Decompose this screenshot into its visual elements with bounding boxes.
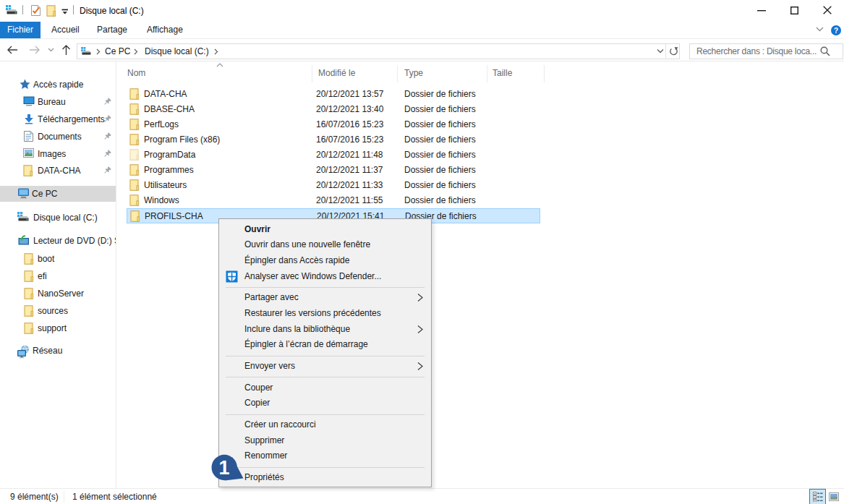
svg-text:1: 1: [218, 457, 229, 479]
svg-text:?: ?: [834, 27, 838, 35]
